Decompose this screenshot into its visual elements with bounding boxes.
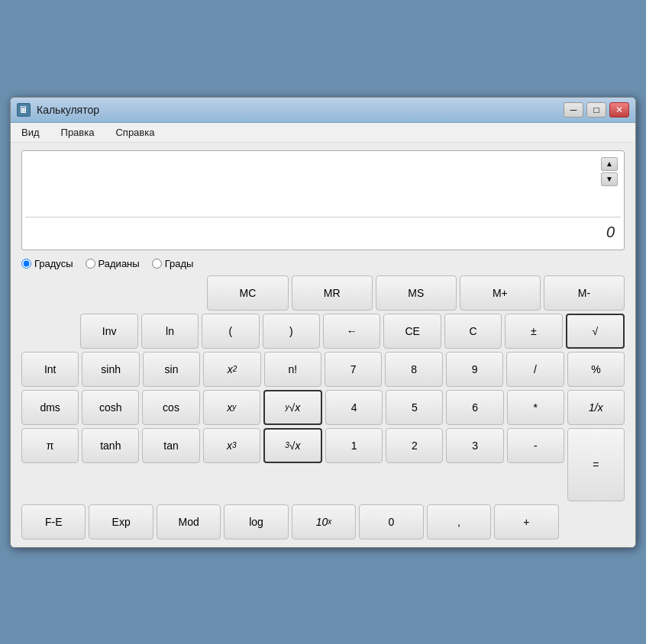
menu-item-edit[interactable]: Правка — [57, 125, 99, 140]
radio-grads[interactable]: Грады — [152, 258, 194, 269]
btn-ln[interactable]: ln — [141, 314, 199, 349]
btn-6[interactable]: 6 — [446, 390, 503, 425]
titlebar-buttons: ─ □ ✕ — [564, 102, 629, 118]
btn-8[interactable]: 8 — [385, 352, 442, 387]
btn-mminus[interactable]: M- — [544, 275, 625, 311]
btn-minus[interactable]: - — [507, 428, 564, 463]
row-4: π tanh tan x3 3√x 1 2 3 - = — [21, 428, 625, 501]
titlebar-left: 🖩 Калькулятор — [17, 103, 99, 117]
row5-spacer — [562, 504, 625, 539]
main-content: ▲ ▼ 0 Градусы Радианы Грады — [11, 143, 635, 547]
btn-tan[interactable]: tan — [142, 428, 199, 463]
display-area: ▲ ▼ 0 — [21, 150, 625, 250]
btn-factorial[interactable]: n! — [264, 352, 321, 387]
btn-backspace[interactable]: ← — [323, 314, 380, 349]
btn-c[interactable]: C — [444, 314, 502, 349]
btn-fe[interactable]: F-E — [21, 504, 86, 539]
btn-mplus[interactable]: M+ — [460, 275, 541, 311]
display-value: 0 — [25, 219, 621, 246]
btn-reciprocal[interactable]: 1/x — [567, 390, 625, 425]
btn-3root[interactable]: 3√x — [263, 428, 322, 463]
btn-exp[interactable]: Exp — [89, 504, 153, 539]
btn-5[interactable]: 5 — [386, 390, 443, 425]
menu-item-help[interactable]: Справка — [111, 125, 159, 140]
radio-degrees[interactable]: Градусы — [21, 258, 73, 269]
calculator-icon: 🖩 — [17, 103, 31, 117]
radio-degrees-label: Градусы — [34, 258, 73, 269]
memory-row: MC MR MS M+ M- — [21, 275, 625, 311]
btn-cos[interactable]: cos — [142, 390, 199, 425]
btn-x3[interactable]: x3 — [203, 428, 260, 463]
row-3: dms cosh cos xy y√x 4 5 6 * 1/x — [21, 390, 625, 425]
btn-x2[interactable]: x2 — [203, 352, 260, 387]
btn-divide[interactable]: / — [506, 352, 564, 387]
scroll-down-button[interactable]: ▼ — [601, 172, 618, 186]
btn-9[interactable]: 9 — [446, 352, 503, 387]
btn-10x[interactable]: 10x — [292, 504, 356, 539]
btn-dms[interactable]: dms — [21, 390, 79, 425]
titlebar: 🖩 Калькулятор ─ □ ✕ — [11, 98, 635, 123]
scroll-up-button[interactable]: ▲ — [601, 157, 618, 171]
btn-pi[interactable]: π — [21, 428, 79, 463]
btn-percent[interactable]: % — [567, 352, 625, 387]
row-5: F-E Exp Mod log 10x 0 , + — [21, 504, 625, 539]
btn-open-paren[interactable]: ( — [202, 314, 259, 349]
row1-spacer — [21, 314, 77, 349]
btn-yroot[interactable]: y√x — [263, 390, 322, 425]
angle-mode-row: Градусы Радианы Грады — [21, 258, 625, 269]
memory-spacer — [21, 275, 204, 311]
btn-comma[interactable]: , — [427, 504, 491, 539]
btn-mr[interactable]: MR — [292, 275, 373, 311]
btn-ce[interactable]: CE — [383, 314, 441, 349]
row-1: Inv ln ( ) ← CE C ± √ — [21, 314, 625, 349]
btn-1[interactable]: 1 — [325, 428, 383, 463]
calculator-window: 🖩 Калькулятор ─ □ ✕ Вид Правка Справка ▲… — [10, 97, 636, 548]
window-title: Калькулятор — [37, 104, 99, 116]
radio-radians-input[interactable] — [86, 259, 95, 269]
menu-item-view[interactable]: Вид — [17, 125, 44, 140]
scroll-buttons: ▲ ▼ — [601, 157, 618, 186]
radio-radians[interactable]: Радианы — [86, 258, 140, 269]
btn-mc[interactable]: MC — [207, 275, 288, 311]
radio-grads-input[interactable] — [152, 259, 162, 269]
menubar: Вид Правка Справка — [11, 123, 635, 143]
btn-2[interactable]: 2 — [386, 428, 443, 463]
btn-equal-tall[interactable]: = — [567, 428, 625, 501]
btn-cosh[interactable]: cosh — [82, 390, 139, 425]
radio-grads-label: Грады — [165, 258, 194, 269]
btn-plusminus[interactable]: ± — [505, 314, 562, 349]
radio-degrees-input[interactable] — [21, 259, 31, 269]
btn-close-paren[interactable]: ) — [263, 314, 320, 349]
btn-log[interactable]: log — [224, 504, 288, 539]
btn-sinh[interactable]: sinh — [82, 352, 139, 387]
btn-ms[interactable]: MS — [376, 275, 457, 311]
btn-int[interactable]: Int — [21, 352, 79, 387]
btn-inv[interactable]: Inv — [80, 314, 137, 349]
btn-xy[interactable]: xy — [203, 390, 260, 425]
btn-mod[interactable]: Mod — [157, 504, 221, 539]
btn-7[interactable]: 7 — [325, 352, 382, 387]
btn-tanh[interactable]: tanh — [82, 428, 139, 463]
btn-0[interactable]: 0 — [359, 504, 423, 539]
btn-sqrt[interactable]: √ — [566, 314, 625, 349]
btn-3[interactable]: 3 — [446, 428, 503, 463]
display-history: ▲ ▼ — [25, 154, 621, 215]
display-divider — [25, 217, 621, 217]
row-2: Int sinh sin x2 n! 7 8 9 / % — [21, 352, 625, 387]
minimize-button[interactable]: ─ — [564, 102, 583, 118]
btn-sin[interactable]: sin — [143, 352, 200, 387]
btn-multiply[interactable]: * — [507, 390, 564, 425]
btn-plus[interactable]: + — [494, 504, 558, 539]
radio-radians-label: Радианы — [99, 258, 140, 269]
btn-4[interactable]: 4 — [325, 390, 383, 425]
maximize-button[interactable]: □ — [586, 102, 606, 118]
close-button[interactable]: ✕ — [609, 102, 629, 118]
